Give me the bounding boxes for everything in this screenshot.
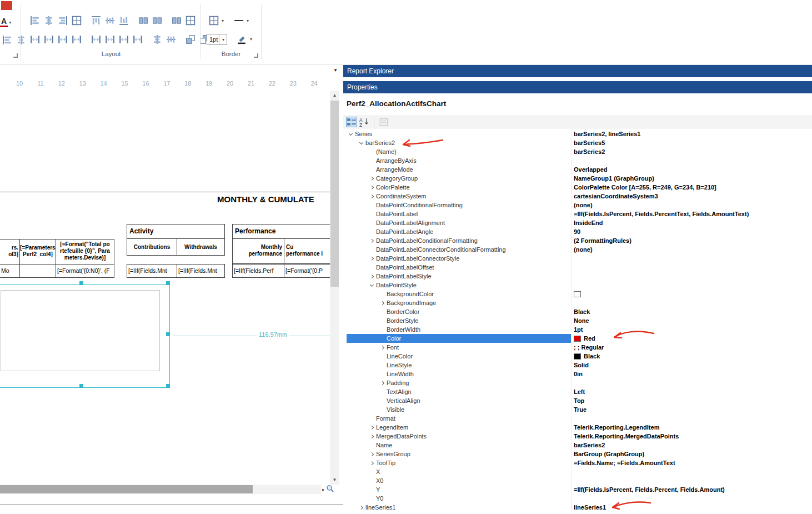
align-centers-icon[interactable] [42, 14, 56, 27]
property-row[interactable]: ColorPaletteColorPalette Color [A=255, R… [343, 183, 812, 192]
property-value[interactable]: None [571, 316, 812, 325]
make-same-width-icon[interactable] [136, 14, 150, 27]
table-cell[interactable]: Mo [0, 265, 19, 277]
vertical-scrollbar[interactable]: ▲ ▼ [330, 91, 339, 485]
property-row[interactable]: ToolTip=Fields.Name; =Fields.AmountText [343, 458, 812, 467]
property-row[interactable]: DataPointLabel=IIf(Fields.IsPercent, Fie… [343, 209, 812, 218]
scroll-down-icon[interactable]: ▼ [330, 475, 339, 485]
property-value[interactable]: Red [571, 334, 812, 343]
property-value[interactable]: 1pt [571, 325, 812, 334]
property-row[interactable]: DataPointConditionalFormatting(none) [343, 201, 812, 209]
selection-handle[interactable] [166, 281, 170, 285]
increase-vertical-spacing-icon[interactable] [103, 33, 117, 46]
property-row[interactable]: Padding [343, 378, 812, 387]
expander-closed-icon[interactable] [370, 238, 374, 242]
design-canvas[interactable]: MONTHLY & CUMULATE rs. ol3] [=Parameters… [0, 91, 330, 485]
properties-header[interactable]: Properties [343, 81, 812, 93]
property-value[interactable] [571, 414, 812, 423]
property-value[interactable]: Black [571, 307, 812, 316]
property-value[interactable]: ColorPalette Color [A=255, R=249, G=234,… [571, 183, 812, 192]
property-value[interactable] [571, 298, 812, 307]
property-value[interactable]: cartesianCoordinateSystem3 [571, 192, 812, 201]
selection-handle[interactable] [79, 281, 83, 285]
expander-closed-icon[interactable] [370, 185, 374, 189]
property-value[interactable]: lineSeries1 [571, 503, 812, 512]
table-header-cell[interactable]: Cu performance i [284, 239, 330, 263]
property-value[interactable] [571, 467, 812, 476]
align-tops-icon[interactable] [89, 14, 103, 27]
property-row[interactable]: LegendItemTelerik.Reporting.LegendItem [343, 423, 812, 432]
property-row[interactable]: Font; ; Regular [343, 343, 812, 352]
property-value[interactable]: Black [571, 352, 812, 361]
property-row[interactable]: MergedDataPointsTelerik.Reporting.Merged… [343, 432, 812, 441]
font-color-button[interactable]: A ▾ [0, 16, 19, 29]
property-row[interactable]: LineColorBlack [343, 352, 812, 361]
property-row[interactable]: SeriesbarSeries2, lineSeries1 [343, 129, 812, 138]
selection-handle[interactable] [166, 332, 170, 336]
property-value[interactable]: Telerik.Reporting.LegendItem [571, 423, 812, 432]
property-row[interactable]: Format [343, 414, 812, 423]
property-value[interactable]: 0in [571, 370, 812, 378]
property-row[interactable]: DataPointStyle [343, 281, 812, 290]
property-row[interactable]: SeriesGroupBarGroup (GraphGroup) [343, 450, 812, 458]
size-to-grid-icon[interactable] [183, 14, 197, 27]
table-cell[interactable]: [=Format('{0:P [284, 265, 330, 277]
property-value[interactable]: BarGroup (GraphGroup) [571, 450, 812, 458]
property-row[interactable]: BorderColorBlack [343, 307, 812, 316]
property-row[interactable]: ArrangeModeOverlapped [343, 165, 812, 174]
decrease-horizontal-spacing-icon[interactable] [56, 33, 69, 46]
property-value[interactable]: (none) [571, 201, 812, 209]
dropdown-caret-icon[interactable]: ▾ [247, 18, 249, 23]
property-row[interactable]: DataPointLabelAngle90 [343, 227, 812, 236]
horizontal-scrollbar[interactable] [0, 485, 321, 494]
expander-closed-icon[interactable] [380, 301, 384, 305]
property-row[interactable]: DataPointLabelStyle [343, 272, 812, 281]
bring-to-front-icon[interactable] [183, 33, 197, 46]
property-value[interactable]: Top [571, 396, 812, 405]
line-style-icon-button[interactable]: ▾ [232, 14, 249, 27]
property-row[interactable]: BackgroundImage [343, 298, 812, 307]
table-header-cell[interactable]: Contributions [127, 239, 177, 255]
expander-closed-icon[interactable] [370, 194, 374, 198]
property-value[interactable] [571, 476, 812, 485]
table-cell[interactable] [19, 265, 56, 277]
center-vertically-icon[interactable] [164, 33, 178, 46]
dropdown-caret-icon[interactable]: ▾ [219, 34, 227, 44]
horizontal-scroll-thumb[interactable] [0, 485, 253, 493]
dropdown-caret-icon[interactable]: ▾ [250, 37, 252, 42]
expander-closed-icon[interactable] [380, 345, 384, 349]
property-row[interactable]: LineWidth0in [343, 370, 812, 378]
table-cell[interactable]: [=IIf(Fields.Mnt [177, 265, 224, 277]
property-row[interactable]: Y=IIf(Fields.IsPercent, Fields.Percent, … [343, 485, 812, 494]
property-row[interactable]: DataPointLabelConnectorConditionalFormat… [343, 245, 812, 254]
property-value[interactable] [571, 156, 812, 165]
table-title-cell[interactable]: Activity [127, 224, 224, 238]
property-value[interactable]: NameGroup1 (GraphGroup) [571, 174, 812, 183]
expander-open-icon[interactable] [349, 131, 353, 135]
property-value[interactable]: =Fields.Name; =Fields.AmountText [571, 458, 812, 467]
equal-horizontal-spacing-icon[interactable] [28, 33, 42, 46]
expander-closed-icon[interactable] [380, 381, 384, 385]
make-same-height-icon[interactable] [150, 14, 164, 27]
borders-icon-button[interactable]: ▾ [207, 14, 224, 27]
toolbar-overflow-button[interactable]: ▼ [333, 68, 338, 73]
equal-vertical-spacing-icon[interactable] [89, 33, 103, 46]
property-value[interactable]: ; ; Regular [571, 343, 812, 352]
property-value[interactable] [571, 272, 812, 281]
align-rights-icon[interactable] [56, 14, 69, 27]
selection-handle[interactable] [166, 384, 170, 388]
chart-plot-area[interactable] [1, 290, 160, 371]
property-row[interactable]: DataPointLabelConditionalFormatting(2 Fo… [343, 236, 812, 245]
table-header-cell[interactable]: [=Parameters. Perf2_col4] [19, 239, 56, 264]
property-value[interactable] [571, 254, 812, 263]
property-row[interactable]: DataPointLabelAlignmentInsideEnd [343, 218, 812, 227]
report-title-textbox[interactable]: MONTHLY & CUMULATE [217, 194, 314, 204]
property-value[interactable]: Left [571, 387, 812, 396]
center-horizontally-icon[interactable] [150, 33, 164, 46]
property-row[interactable]: DataPointLabelConnectorStyle [343, 254, 812, 263]
table-cell[interactable]: [=Format('{0:N0}', (F [56, 265, 114, 277]
border-width-combo[interactable]: 1pt ▾ [207, 34, 227, 45]
expander-closed-icon[interactable] [359, 505, 363, 509]
property-row[interactable]: X0 [343, 476, 812, 485]
categorized-view-icon[interactable] [346, 117, 357, 127]
